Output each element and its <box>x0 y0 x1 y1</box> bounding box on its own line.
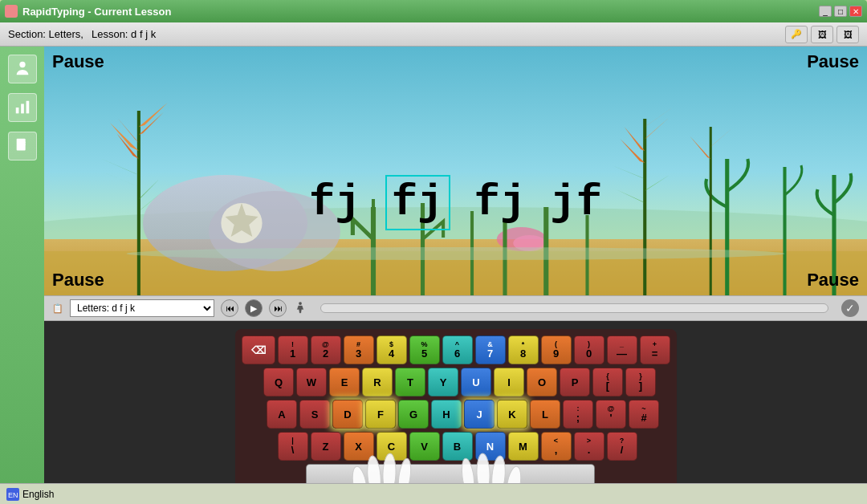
language-indicator: EN English <box>6 488 54 501</box>
key-d[interactable]: D <box>332 400 363 429</box>
key-row-zxcv: | \ Z X C V B N M < , > . <box>245 432 670 461</box>
sidebar <box>0 47 44 504</box>
lesson-select[interactable]: Letters: d f j k <box>70 299 214 317</box>
key-lbracket[interactable]: { [ <box>592 368 623 396</box>
person-icon <box>14 60 31 78</box>
controls-bar: 📋 Letters: d f j k ⏮ ▶ ⏭ ✓ <box>44 295 867 321</box>
language-label: English <box>22 489 54 500</box>
word-4: jf <box>550 178 602 227</box>
key-s[interactable]: S <box>299 400 330 429</box>
toolbar-btn-2[interactable]: 🖼 <box>811 26 833 43</box>
toolbar-right: 🔑 🖼 🖼 <box>785 26 859 43</box>
key-semicolon[interactable]: : ; <box>563 400 593 429</box>
pause-bottom-left[interactable]: Pause <box>52 270 104 291</box>
word-3: fj <box>474 178 527 227</box>
key-m[interactable]: M <box>508 432 539 461</box>
toolbar-btn-1[interactable]: 🔑 <box>785 26 808 43</box>
key-backslash2[interactable]: | \ <box>278 432 308 461</box>
sidebar-icon-person[interactable] <box>8 55 37 83</box>
key-e[interactable]: E <box>329 368 360 396</box>
key-v[interactable]: V <box>409 432 440 461</box>
key-minus[interactable]: _ — <box>607 335 637 364</box>
pause-top-left[interactable]: Pause <box>52 51 104 72</box>
svg-rect-2 <box>21 104 24 113</box>
key-q[interactable]: Q <box>263 368 294 396</box>
key-x[interactable]: X <box>344 432 374 461</box>
app-container: Pause Pause Pause Pause fj fj fj jf 📋 Le… <box>0 47 867 504</box>
close-button[interactable]: ✕ <box>849 6 862 17</box>
key-equals[interactable]: + = <box>640 335 670 364</box>
progress-bar[interactable] <box>320 303 828 313</box>
pause-bottom-right[interactable]: Pause <box>807 270 859 291</box>
key-comma[interactable]: < , <box>541 432 572 461</box>
key-j[interactable]: J <box>464 400 495 429</box>
pause-top-right[interactable]: Pause <box>807 51 859 72</box>
key-backslash[interactable]: ⌫ <box>242 335 275 364</box>
key-row-asdf: A S D F G H J K L : ; @ ' <box>256 400 670 429</box>
key-i[interactable]: I <box>494 368 524 396</box>
key-hash[interactable]: ~ # <box>629 400 659 429</box>
svg-rect-5 <box>44 47 867 295</box>
key-0[interactable]: ) 0 <box>574 335 604 364</box>
key-n[interactable]: N <box>475 432 506 461</box>
key-6[interactable]: ^ 6 <box>442 335 473 364</box>
key-slash[interactable]: ? / <box>607 432 637 461</box>
main-content: Pause Pause Pause Pause fj fj fj jf 📋 Le… <box>44 47 867 504</box>
word-2-highlighted: fj <box>385 175 450 230</box>
key-o[interactable]: O <box>527 368 557 396</box>
toolbar-btn-3[interactable]: 🖼 <box>836 26 859 43</box>
window-controls: _ □ ✕ <box>819 6 862 17</box>
key-w[interactable]: W <box>296 368 327 396</box>
sidebar-icon-graph[interactable] <box>8 93 37 122</box>
key-z[interactable]: Z <box>311 432 341 461</box>
forward-button[interactable]: ⏭ <box>269 299 287 317</box>
title-bar: RapidTyping - Current Lesson _ □ ✕ <box>0 0 867 22</box>
key-y[interactable]: Y <box>428 368 458 396</box>
key-k[interactable]: K <box>497 400 527 429</box>
key-rbracket[interactable]: } ] <box>625 368 656 396</box>
status-bar: EN English <box>0 483 867 504</box>
window-title: RapidTyping - Current Lesson <box>22 6 171 18</box>
key-p[interactable]: P <box>560 368 590 396</box>
key-4[interactable]: $ 4 <box>377 335 407 364</box>
key-b[interactable]: B <box>442 432 473 461</box>
document-icon <box>14 137 31 155</box>
svg-point-12 <box>497 227 547 251</box>
key-h[interactable]: H <box>431 400 462 429</box>
app-icon <box>5 5 18 18</box>
svg-point-27 <box>127 247 785 260</box>
key-t[interactable]: T <box>395 368 425 396</box>
key-u[interactable]: U <box>461 368 491 396</box>
key-9[interactable]: ( 9 <box>541 335 572 364</box>
scene-svg <box>44 47 867 295</box>
key-8[interactable]: * 8 <box>508 335 539 364</box>
svg-point-28 <box>299 302 302 305</box>
check-button[interactable]: ✓ <box>841 299 859 317</box>
key-c[interactable]: C <box>377 432 407 461</box>
key-a[interactable]: A <box>267 400 297 429</box>
key-period[interactable]: > . <box>574 432 604 461</box>
key-7[interactable]: & 7 <box>475 335 506 364</box>
key-r[interactable]: R <box>362 368 393 396</box>
toolbar: Section: Letters, Lesson: d f j k 🔑 🖼 🖼 <box>0 22 867 47</box>
minimize-button[interactable]: _ <box>819 6 832 17</box>
sidebar-icon-document[interactable] <box>8 132 37 161</box>
key-2[interactable]: @ 2 <box>311 335 341 364</box>
key-at[interactable]: @ ' <box>596 400 626 429</box>
key-5[interactable]: % 5 <box>409 335 440 364</box>
maximize-button[interactable]: □ <box>834 6 847 17</box>
svg-rect-7 <box>44 239 867 295</box>
key-g[interactable]: G <box>398 400 429 429</box>
key-f[interactable]: F <box>365 400 396 429</box>
svg-text:EN: EN <box>8 491 18 499</box>
key-l[interactable]: L <box>530 400 560 429</box>
language-icon: EN <box>6 488 19 501</box>
keyboard-area: ⌫ ! 1 @ 2 # 3 $ <box>44 321 867 504</box>
key-3[interactable]: # 3 <box>344 335 374 364</box>
rewind-button[interactable]: ⏮ <box>221 299 238 317</box>
key-row-qwerty: Q W E R T Y U I O P { [ } ] <box>250 368 670 396</box>
section-label: Section: Letters, <box>8 28 83 40</box>
key-1[interactable]: ! 1 <box>278 335 308 364</box>
svg-rect-1 <box>15 108 18 113</box>
play-button[interactable]: ▶ <box>245 299 263 317</box>
